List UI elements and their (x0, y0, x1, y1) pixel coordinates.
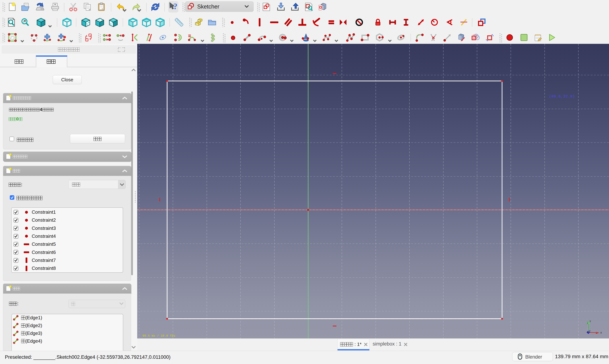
svg-text:Z: Z (589, 330, 590, 333)
svg-text:?: ? (173, 2, 177, 11)
svg-text:X: X (600, 331, 602, 334)
svg-text:Y: Y (589, 320, 591, 323)
